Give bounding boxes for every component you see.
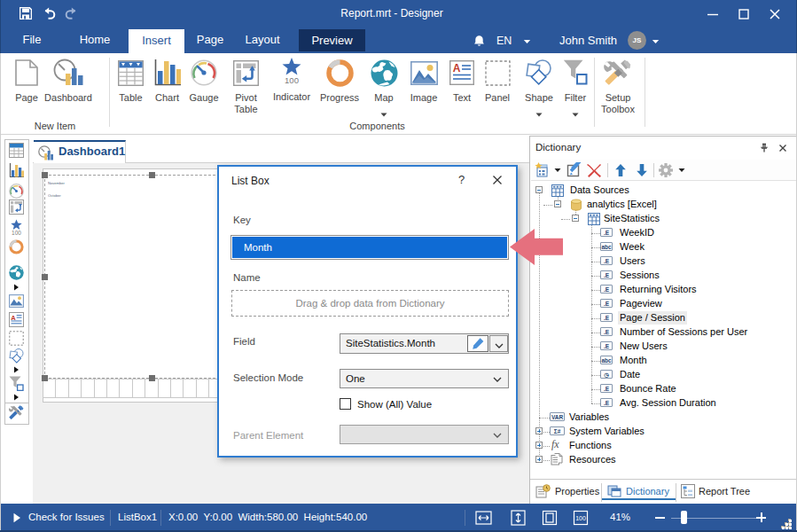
svg-text:A: A <box>11 314 16 322</box>
svg-text:100: 100 <box>12 230 21 236</box>
svg-text:A: A <box>453 62 461 74</box>
svg-text:100: 100 <box>575 515 586 521</box>
